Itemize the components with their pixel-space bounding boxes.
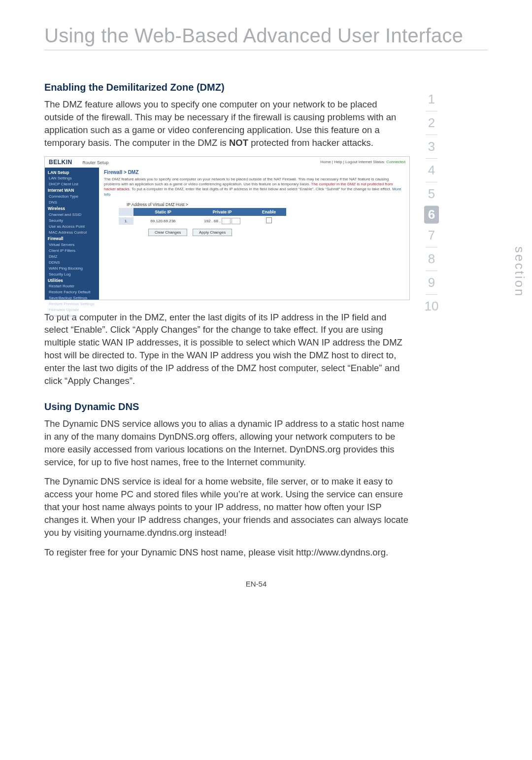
- ip-octet-input-1[interactable]: [222, 218, 231, 224]
- section-link-8[interactable]: 8: [427, 247, 436, 271]
- section-nav: 12345678910: [422, 88, 441, 318]
- section-link-3[interactable]: 3: [427, 135, 436, 158]
- section-link-6[interactable]: 6: [424, 206, 439, 223]
- row-private: 192 . 68 .: [193, 216, 252, 226]
- dmz-p1b: protected from hacker attacks.: [248, 138, 373, 148]
- dmz-paragraph-1: The DMZ feature allows you to specify on…: [44, 98, 409, 149]
- nav-restart[interactable]: Restart Router: [48, 283, 96, 289]
- nav-ap[interactable]: Use as Access Point: [48, 224, 96, 230]
- nav-conn-type[interactable]: Connection Type: [48, 194, 96, 200]
- nav-ddns[interactable]: DDNS: [48, 260, 96, 266]
- section-link-1[interactable]: 1: [427, 88, 436, 111]
- nav-chan-ssid[interactable]: Channel and SSID: [48, 212, 96, 218]
- rule: [44, 50, 488, 50]
- section-link-7[interactable]: 7: [427, 224, 436, 247]
- row-static: 69.120.69.236: [133, 217, 193, 225]
- ddns-paragraph-3: To register free for your Dynamic DNS ho…: [44, 546, 409, 559]
- section-link-9[interactable]: 9: [427, 271, 436, 294]
- apply-changes-button[interactable]: Apply Changes: [193, 229, 232, 236]
- nav-slog[interactable]: Security Log: [48, 272, 96, 277]
- section-link-10[interactable]: 10: [424, 295, 440, 318]
- table-header: Static IP Private IP Enable: [119, 208, 286, 216]
- ddns-heading: Using Dynamic DNS: [44, 401, 409, 413]
- priv-prefix: 192 . 68 .: [204, 218, 220, 223]
- col-private: Private IP: [193, 208, 252, 216]
- internet-status: Connected: [386, 160, 405, 164]
- dmz-heading: Enabling the Demilitarized Zone (DMZ): [44, 82, 409, 93]
- nav-dhcp[interactable]: DHCP Client List: [48, 181, 96, 187]
- desc-b: To put a computer in the DMZ, enter the …: [131, 187, 392, 191]
- ip-octet-input-2[interactable]: [232, 218, 240, 224]
- chapter-title: Using the Web-Based Advanced User Interf…: [44, 25, 488, 47]
- enable-checkbox[interactable]: [266, 217, 272, 223]
- page-footer: EN-54: [44, 580, 468, 588]
- nav-group-wireless: Wireless: [48, 206, 96, 212]
- nav-group-wan: Internet WAN: [48, 187, 96, 194]
- nav-group-lan: LAN Setup: [48, 170, 96, 176]
- section-link-4[interactable]: 4: [427, 159, 436, 182]
- router-setup-label: Router Setup: [82, 160, 108, 165]
- router-ui-screenshot: BELKIN Router Setup Home | Help | Logout…: [44, 156, 410, 300]
- nav-fw[interactable]: Firmware Update: [48, 307, 96, 313]
- section-link-5[interactable]: 5: [427, 182, 436, 206]
- nav-wpb[interactable]: WAN Ping Blocking: [48, 266, 96, 272]
- ddns-paragraph-2: The Dynamic DNS service is ideal for a h…: [44, 475, 409, 539]
- nav-mac[interactable]: MAC Address Control: [48, 230, 96, 236]
- col-enable: Enable: [252, 208, 286, 216]
- belkin-logo: BELKIN: [49, 159, 72, 166]
- nav-restore-default[interactable]: Restore Factory Default: [48, 289, 96, 295]
- nav-save[interactable]: Save/Backup Settings: [48, 295, 96, 301]
- dmz-paragraph-2: To put a computer in the DMZ, enter the …: [44, 311, 409, 387]
- section-label: section: [512, 246, 527, 297]
- nav-security[interactable]: Security: [48, 218, 96, 224]
- clear-changes-button[interactable]: Clear Changes: [148, 229, 187, 236]
- dmz-description: The DMZ feature allows you to specify on…: [99, 177, 409, 200]
- col-static: Static IP: [133, 208, 193, 216]
- ddns-paragraph-1: The Dynamic DNS service allows you to al…: [44, 417, 409, 469]
- section-link-2[interactable]: 2: [427, 111, 436, 135]
- nav-cif[interactable]: Client IP Filters: [48, 248, 96, 254]
- breadcrumb: Firewall > DMZ: [99, 168, 409, 177]
- dmz-not: NOT: [229, 138, 248, 148]
- nav-dns[interactable]: DNS: [48, 200, 96, 206]
- status-bar: Home | Help | Logout Internet Status: Co…: [320, 160, 405, 164]
- nav-vs[interactable]: Virtual Servers: [48, 242, 96, 248]
- nav-restore-prev[interactable]: Restore Previous Settings: [48, 301, 96, 307]
- nav-dmz[interactable]: DMZ: [48, 254, 96, 260]
- row-num: 1.: [119, 217, 133, 225]
- table-label: IP Address of Virtual DMZ Host >: [99, 199, 409, 208]
- table-row: 1. 69.120.69.236 192 . 68 .: [119, 216, 286, 226]
- nav-lan-settings[interactable]: LAN Settings: [48, 175, 96, 181]
- nav-group-util: Utilities: [48, 277, 96, 284]
- nav-sys[interactable]: System Settings: [48, 313, 96, 319]
- router-nav-sidebar[interactable]: LAN Setup LAN Settings DHCP Client List …: [45, 168, 99, 300]
- nav-group-firewall: Firewall: [48, 236, 96, 242]
- top-links[interactable]: Home | Help | Logout Internet Status:: [320, 160, 385, 164]
